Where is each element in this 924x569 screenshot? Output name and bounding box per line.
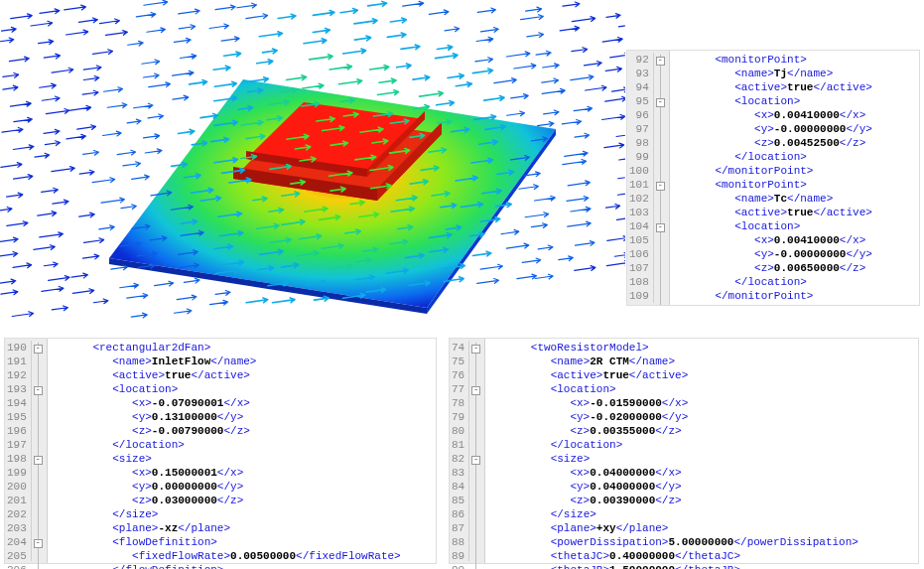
code-line[interactable]: <size> [491,452,858,466]
code-line[interactable]: <z>0.00452500</z> [676,136,872,150]
code-line[interactable]: <location> [54,382,401,396]
code-line[interactable]: <powerDissipation>5.00000000</powerDissi… [491,535,858,549]
code-line[interactable]: <fixedFlowRate>0.00500000</fixedFlowRate… [54,549,401,563]
code-line[interactable]: <z>0.03000000</z> [54,494,401,507]
code-line[interactable]: <x>-0.01590000</x> [491,396,858,410]
fold-toggle-icon[interactable]: - [34,345,43,354]
code-line[interactable]: <y>-0.00000000</y> [676,247,872,261]
fold-toggle-icon[interactable]: - [34,386,43,395]
code-line[interactable]: <name>InletFlow</name> [54,355,401,368]
code-line[interactable]: <rectangular2dFan> [54,341,401,355]
code-line[interactable]: <name>Tj</name> [676,67,872,80]
code-line[interactable]: <z>0.00355000</z> [491,424,858,438]
code-line[interactable]: <active>true</active> [676,206,872,219]
code-line[interactable]: </monitorPoint> [676,164,872,178]
code-line[interactable]: </location> [676,275,872,289]
gutter: 9293949596979899100101102103104105106107… [627,51,670,305]
fold-toggle-icon[interactable]: - [656,223,665,232]
fold-toggle-icon[interactable]: - [656,98,665,107]
simulation-viewport[interactable] [0,0,625,328]
code-line[interactable]: <y>0.00000000</y> [54,480,401,494]
code-line[interactable]: <flowDefinition> [54,535,401,549]
gutter: 1901911921931941951961971981992002012022… [5,339,48,563]
code-line[interactable]: <thetaJC>0.40000000</thetaJC> [491,549,858,563]
code-line[interactable]: <monitorPoint> [676,53,872,67]
code-line[interactable]: </size> [54,507,401,521]
code-line[interactable]: </location> [676,150,872,164]
fold-toggle-icon[interactable]: - [471,345,480,354]
code-line[interactable]: <z>0.00650000</z> [676,261,872,275]
code-line[interactable]: <monitorPoint> [676,178,872,192]
code-line[interactable]: <z>-0.00790000</z> [54,424,401,438]
code-line[interactable]: </flowDefinition> [54,563,401,569]
code-line[interactable]: <z>0.00390000</z> [491,494,858,507]
code-line[interactable]: <y>0.04000000</y> [491,480,858,494]
code-line[interactable]: <x>0.15000001</x> [54,466,401,480]
code-line[interactable]: <location> [676,219,872,233]
code-body[interactable]: <rectangular2dFan> <name>InletFlow</name… [48,339,407,563]
gutter: 747576777879808182838485868788899091 --- [450,339,485,563]
code-body[interactable]: <monitorPoint> <name>Tj</name> <active>t… [670,51,878,305]
fold-toggle-icon[interactable]: - [471,456,480,465]
code-line[interactable]: <thetaJB>1.50000000</thetaJB> [491,563,858,569]
code-line[interactable]: </location> [54,438,401,452]
code-line[interactable]: <x>0.04000000</x> [491,466,858,480]
code-line[interactable]: <active>true</active> [676,80,872,94]
fold-toggle-icon[interactable]: - [656,57,665,66]
code-panel-two-resistor-model[interactable]: 747576777879808182838485868788899091 ---… [449,338,919,564]
code-line[interactable]: <size> [54,452,401,466]
code-line[interactable]: <y>-0.02000000</y> [491,410,858,424]
code-line[interactable]: <x>0.00410000</x> [676,108,872,122]
code-line[interactable]: <plane>+xy</plane> [491,521,858,535]
code-line[interactable]: </monitorPoint> [676,289,872,303]
code-line[interactable]: <x>0.00410000</x> [676,233,872,247]
code-line[interactable]: <name>Tc</name> [676,192,872,206]
code-line[interactable]: <twoResistorModel> [491,341,858,355]
code-body[interactable]: <twoResistorModel> <name>2R CTM</name> <… [485,339,864,563]
code-line[interactable]: <active>true</active> [54,368,401,382]
code-panel-monitor-points[interactable]: 9293949596979899100101102103104105106107… [626,50,920,306]
code-line[interactable]: <name>2R CTM</name> [491,355,858,368]
code-line[interactable]: </size> [491,507,858,521]
code-line[interactable]: <y>0.13100000</y> [54,410,401,424]
code-line[interactable]: <active>true</active> [491,368,858,382]
code-line[interactable]: <plane>-xz</plane> [54,521,401,535]
fold-toggle-icon[interactable]: - [656,182,665,191]
fold-toggle-icon[interactable]: - [34,456,43,465]
code-line[interactable]: </location> [491,438,858,452]
code-panel-rectangular-fan[interactable]: 1901911921931941951961971981992002012022… [4,338,437,564]
code-line[interactable]: <location> [491,382,858,396]
fold-toggle-icon[interactable]: - [34,539,43,548]
code-line[interactable]: <x>-0.07090001</x> [54,396,401,410]
simulation-render [0,0,625,328]
fold-toggle-icon[interactable]: - [471,386,480,395]
code-line[interactable]: <y>-0.00000000</y> [676,122,872,136]
code-line[interactable]: <location> [676,94,872,108]
